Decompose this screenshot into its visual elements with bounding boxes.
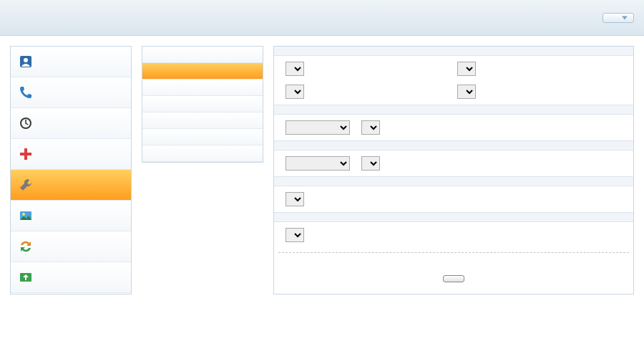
speaker-volume-select[interactable] (457, 62, 476, 76)
content-panel (273, 46, 634, 294)
section-sms-body (274, 150, 633, 176)
subnav-vibration[interactable] (142, 80, 263, 96)
footer-zone (278, 252, 629, 294)
sync-icon (18, 239, 34, 254)
svg-point-1 (24, 58, 28, 62)
sidebar-item-photocontacts[interactable] (11, 47, 131, 77)
chevron-down-icon (622, 16, 628, 19)
alarm-volume-pair (281, 192, 304, 206)
sidebar-item-contacts[interactable] (11, 77, 131, 108)
section-incoming-body (274, 115, 633, 140)
headset-volume-pair (281, 85, 381, 99)
sidebar-item-export[interactable] (11, 262, 131, 293)
export-icon (18, 269, 34, 285)
loud-volume-pair (389, 85, 476, 99)
incoming-ringtone-pair (281, 120, 350, 135)
gallery-icon (18, 208, 34, 224)
phone-volume-pair (281, 62, 381, 76)
alarm-volume-select[interactable] (286, 192, 304, 206)
incoming-ringtone-select[interactable] (286, 120, 350, 135)
loud-volume-select[interactable] (457, 85, 476, 99)
sidebar-item-signals[interactable] (11, 108, 131, 139)
phone-volume-select[interactable] (286, 62, 304, 76)
header-bar (0, 0, 644, 36)
section-incoming-title (274, 105, 633, 115)
headset-volume-select[interactable] (286, 85, 304, 99)
photocontacts-icon (18, 54, 34, 70)
subnav-profile[interactable] (142, 47, 263, 63)
main-area (0, 36, 644, 294)
keys-volume-select[interactable] (286, 228, 304, 242)
apply-button[interactable] (443, 275, 464, 282)
section-keys-body (274, 222, 633, 248)
sidebar-item-gallery[interactable] (11, 201, 131, 231)
sms-volume-pair (357, 156, 380, 171)
subnav-flashlight[interactable] (142, 96, 263, 112)
sms-volume-select[interactable] (361, 156, 380, 171)
section-volume-body (274, 56, 633, 105)
section-alarm-title (274, 176, 633, 186)
primary-sidebar (10, 46, 132, 294)
sidebar-item-settings[interactable] (11, 170, 131, 201)
wrench-icon (18, 177, 34, 193)
section-alarm-body (274, 186, 633, 212)
svg-point-5 (22, 213, 25, 216)
sms-ringtone-select[interactable] (286, 156, 350, 171)
settings-subnav (142, 46, 263, 163)
device-selector[interactable] (602, 13, 634, 23)
section-keys-title (274, 212, 633, 222)
section-sms-title (274, 140, 633, 150)
incoming-volume-pair (357, 120, 380, 135)
keys-volume-pair (281, 228, 304, 242)
sidebar-item-sync[interactable] (11, 231, 131, 262)
clock-icon (18, 115, 34, 131)
subnav-additional[interactable] (142, 145, 263, 162)
incoming-volume-select[interactable] (361, 120, 380, 135)
sms-ringtone-pair (281, 156, 350, 171)
subnav-datetime[interactable] (142, 112, 263, 129)
subnav-keyboard[interactable] (142, 129, 263, 145)
sidebar-item-health[interactable] (11, 139, 131, 170)
speaker-volume-pair (389, 62, 476, 76)
section-volume-title (274, 47, 633, 56)
health-icon (18, 146, 34, 162)
subnav-sound[interactable] (142, 63, 263, 80)
phone-icon (18, 85, 34, 100)
